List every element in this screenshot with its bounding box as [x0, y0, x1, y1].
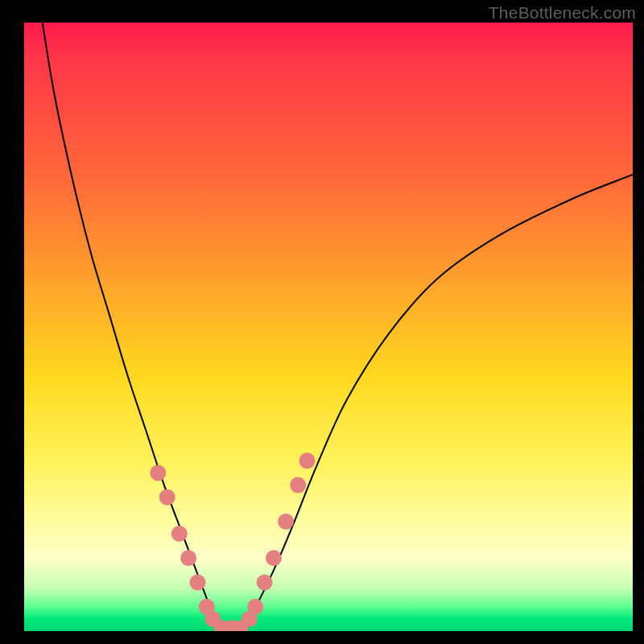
dot — [266, 550, 282, 566]
dot — [257, 575, 273, 591]
highlight-dots — [150, 452, 315, 631]
dot — [159, 489, 175, 506]
watermark-text: TheBottleneck.com — [489, 3, 636, 23]
chart-frame: TheBottleneck.com — [0, 0, 644, 644]
dot — [180, 550, 196, 566]
dot — [247, 599, 263, 615]
left-curve — [43, 23, 225, 631]
dot — [299, 452, 316, 469]
chart-plot-area — [24, 23, 633, 631]
dot — [150, 464, 166, 481]
dot — [278, 514, 294, 530]
right-curve — [237, 175, 633, 631]
dot — [171, 526, 188, 542]
dot — [189, 575, 205, 591]
chart-svg — [24, 23, 633, 631]
dot — [290, 477, 306, 493]
